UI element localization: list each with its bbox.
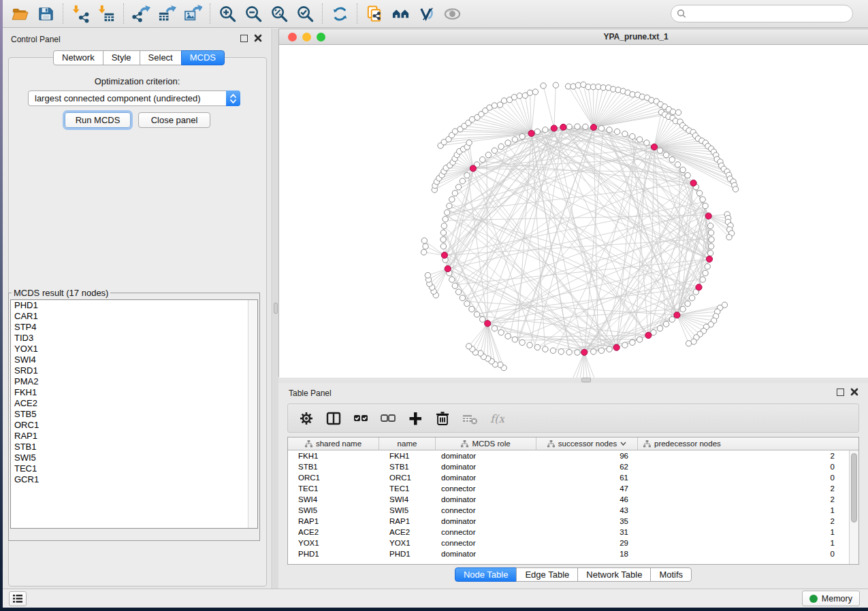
column-header-MCDS-role[interactable]: MCDS role [436, 437, 536, 450]
network-window-title: YPA_prune.txt_1 [603, 32, 668, 42]
window-close-icon[interactable] [288, 33, 297, 42]
table-cell: 46 [536, 495, 638, 503]
mcds-result-item[interactable]: RAP1 [11, 431, 257, 442]
settings-gear-button[interactable] [298, 409, 315, 428]
mcds-result-item[interactable]: TEC1 [11, 463, 257, 474]
search-networks-button[interactable] [387, 2, 413, 25]
mcds-result-item[interactable]: ORC1 [11, 420, 257, 431]
zoom-out-button[interactable] [240, 2, 266, 25]
mcds-result-item[interactable]: PHD1 [11, 300, 257, 311]
mcds-result-item[interactable]: PMA2 [11, 376, 257, 387]
search-input[interactable] [686, 7, 852, 20]
criterion-select[interactable]: largest connected component (undirected) [28, 90, 240, 106]
float-panel-icon[interactable] [240, 35, 248, 42]
tab-style[interactable]: Style [103, 50, 140, 65]
mcds-result-item[interactable]: SWI4 [11, 354, 257, 365]
tab-motifs[interactable]: Motifs [650, 567, 692, 582]
zoom-in-button[interactable] [214, 2, 240, 25]
mcds-result-item[interactable]: SWI5 [11, 452, 257, 463]
column-group-icon [547, 440, 555, 448]
memory-button[interactable]: Memory [802, 591, 860, 606]
tab-network-table[interactable]: Network Table [577, 567, 651, 582]
delete-column-button[interactable] [434, 409, 451, 428]
mcds-result-item[interactable]: GCR1 [11, 474, 257, 485]
table-scrollbar[interactable] [849, 450, 858, 564]
mcds-list-scrollbar[interactable] [248, 300, 257, 528]
hide-graphics-details-button[interactable] [413, 2, 439, 25]
mcds-result-item[interactable]: FKH1 [11, 387, 257, 398]
table-row[interactable]: SWI4SWI4dominator462 [288, 494, 858, 505]
deselect-all-button[interactable] [379, 409, 397, 428]
table-row[interactable]: STB1STB1dominator620 [288, 461, 858, 472]
zoom-fit-button[interactable] [266, 2, 292, 25]
mcds-result-item[interactable]: ACE2 [11, 398, 257, 409]
tab-mcds[interactable]: MCDS [181, 50, 225, 65]
open-file-icon [11, 5, 29, 23]
table-cell: STB1 [288, 463, 379, 471]
mcds-result-item[interactable]: SRD1 [11, 365, 257, 376]
export-network-button[interactable] [128, 2, 154, 25]
column-header-predecessor-nodes[interactable]: predecessor nodes [638, 437, 841, 450]
mcds-result-title: MCDS result (17 nodes) [12, 288, 110, 298]
select-all-button[interactable] [352, 409, 370, 428]
close-panel-button[interactable]: Close panel [138, 112, 210, 128]
table-cell: 29 [536, 539, 638, 547]
split-panel-button[interactable] [325, 409, 342, 428]
hide-graphics-details-icon [417, 5, 436, 23]
float-table-panel-icon[interactable] [837, 389, 844, 396]
mcds-result-list[interactable]: PHD1CAR1STP4TID3YOX1SWI4SRD1PMA2FKH1ACE2… [10, 299, 258, 529]
table-row[interactable]: TEC1TEC1connector472 [288, 483, 858, 494]
export-table-button[interactable] [154, 2, 180, 25]
export-image-button[interactable] [180, 2, 206, 25]
horizontal-splitter-grip[interactable] [581, 378, 591, 382]
zoom-selected-button[interactable] [292, 2, 318, 25]
table-row[interactable]: RAP1RAP1dominator352 [288, 516, 858, 527]
table-row[interactable]: ORC1ORC1dominator610 [288, 472, 858, 483]
mcds-result-item[interactable]: YOX1 [11, 344, 257, 354]
table-row[interactable]: SWI5SWI5connector431 [288, 505, 858, 516]
import-network-button[interactable] [67, 2, 93, 25]
table-row[interactable]: FKH1FKH1dominator962 [288, 450, 858, 461]
close-table-panel-icon[interactable] [850, 388, 858, 396]
column-header-successor-nodes[interactable]: successor nodes [536, 437, 638, 450]
table-row[interactable]: YOX1YOX1connector291 [288, 538, 858, 548]
table-row[interactable]: ACE2ACE2connector311 [288, 527, 858, 538]
mcds-result-item[interactable]: STB5 [11, 409, 257, 420]
horizontal-splitter[interactable] [278, 377, 868, 383]
tab-network[interactable]: Network [53, 50, 103, 65]
table-cell: 62 [536, 463, 638, 471]
import-table-button[interactable] [93, 2, 119, 25]
add-column-button[interactable] [406, 409, 424, 428]
table-row[interactable]: PHD1PHD1dominator180 [288, 548, 858, 559]
mcds-result-item[interactable]: CAR1 [11, 311, 257, 322]
window-zoom-icon[interactable] [317, 33, 325, 42]
table-scrollbar-thumb[interactable] [851, 453, 857, 523]
network-document-button[interactable] [361, 2, 387, 25]
tab-node-table[interactable]: Node Table [455, 567, 517, 582]
close-panel-icon[interactable] [254, 34, 262, 42]
task-history-button[interactable] [9, 591, 27, 606]
delete-table-button[interactable] [461, 409, 479, 428]
select-stepper-icon [226, 90, 240, 106]
column-header-shared-name[interactable]: shared name [288, 437, 379, 450]
toolbar-groups [7, 2, 465, 25]
column-header-name[interactable]: name [379, 437, 436, 450]
tab-edge-table[interactable]: Edge Table [516, 567, 578, 582]
table-cell: YOX1 [379, 539, 436, 547]
show-graphics-details-button[interactable] [439, 2, 465, 25]
vertical-splitter-grip[interactable] [274, 303, 278, 314]
open-file-button[interactable] [7, 2, 33, 25]
run-mcds-button[interactable]: Run MCDS [65, 112, 131, 128]
table-cell: 2 [638, 517, 841, 525]
save-session-button[interactable] [33, 2, 59, 25]
table-cell: 2 [638, 484, 841, 493]
network-canvas[interactable] [279, 45, 868, 378]
window-minimize-icon[interactable] [302, 33, 311, 42]
mcds-result-item[interactable]: TID3 [11, 333, 257, 344]
tab-select[interactable]: Select [140, 50, 182, 65]
apply-layout-button[interactable] [327, 2, 353, 25]
function-builder-button[interactable]: f(x) [488, 409, 506, 428]
mcds-result-item[interactable]: STB1 [11, 442, 257, 452]
vertical-splitter[interactable] [273, 29, 278, 589]
mcds-result-item[interactable]: STP4 [11, 322, 257, 333]
